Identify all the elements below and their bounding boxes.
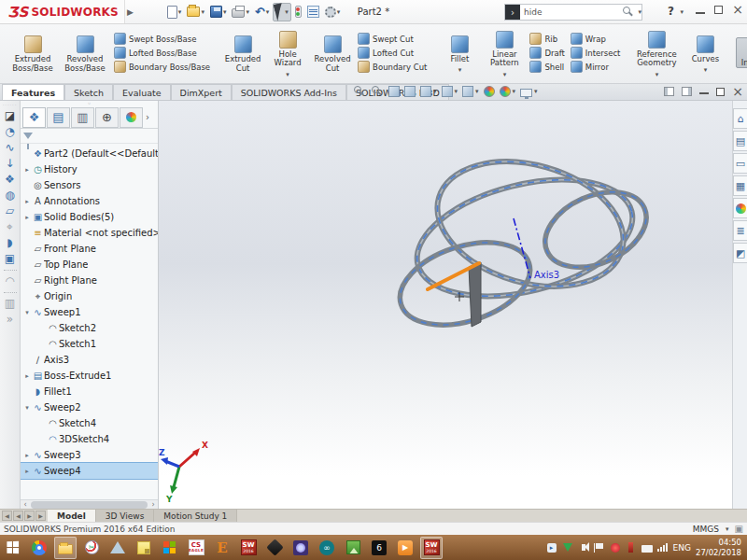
- expand-arrow-icon[interactable]: ▸: [22, 372, 32, 380]
- file-explorer-tab[interactable]: ▭: [733, 153, 747, 174]
- toolbar-overflow-icon[interactable]: »: [7, 314, 13, 326]
- tabs-overflow-icon[interactable]: ›: [146, 112, 149, 122]
- rib-button[interactable]: Rib: [529, 33, 564, 45]
- swept-boss-base-button[interactable]: Swept Boss/Base: [114, 33, 210, 45]
- taskbar-potplayer[interactable]: ▶: [394, 537, 416, 559]
- rebuild-button[interactable]: [305, 3, 321, 21]
- tree-horizontal-scrollbar[interactable]: ‹ ›: [21, 499, 158, 509]
- design-library-tab[interactable]: ▤: [733, 131, 747, 151]
- taskbar-3d-builder[interactable]: [106, 537, 129, 559]
- close-button[interactable]: ×: [732, 4, 743, 15]
- dropdown-icon[interactable]: ▾: [433, 88, 437, 95]
- scroll-left-icon[interactable]: ‹: [21, 500, 30, 509]
- extruded-fin-face[interactable]: [469, 262, 481, 327]
- collapse-arrow-icon[interactable]: ▾: [22, 404, 32, 412]
- left-pane-icon[interactable]: [664, 87, 674, 96]
- tree-item-annotations[interactable]: ▸ A Annotations: [21, 193, 158, 209]
- clock[interactable]: 04:50 27/02/2018: [696, 538, 741, 557]
- tree-item-history[interactable]: ▸ ◷ History: [21, 161, 158, 177]
- menu-flyout-icon[interactable]: ▶: [125, 7, 139, 17]
- zoom-to-area-button[interactable]: [371, 85, 384, 98]
- dropdown-icon[interactable]: ▾: [285, 8, 289, 16]
- taskbar-inkscape[interactable]: [263, 537, 286, 559]
- taskbar-arduino[interactable]: ∞: [316, 537, 338, 559]
- tree-item-axis3[interactable]: ∕ Axis3: [21, 352, 158, 368]
- curves-button[interactable]: Curves ▾: [684, 32, 726, 75]
- propertymanager-tab[interactable]: ▤: [47, 107, 70, 128]
- dropdown-icon[interactable]: ▾: [201, 8, 204, 16]
- feature-tool-icon-9[interactable]: ◗: [7, 237, 12, 249]
- taskbar-eagle-cad[interactable]: CS EAGLE: [185, 537, 207, 559]
- tab-model[interactable]: Model: [48, 510, 96, 522]
- units-selector[interactable]: MMGS: [693, 525, 719, 534]
- dropdown-icon[interactable]: ▾: [513, 88, 516, 95]
- extruded-boss-base-button[interactable]: Extruded Boss/Base: [7, 32, 58, 74]
- custom-properties-tab[interactable]: ≣: [733, 220, 747, 241]
- touch-keyboard-tray-icon[interactable]: [641, 542, 653, 553]
- tab-motion-study-1[interactable]: Motion Study 1: [154, 510, 237, 522]
- taskbar-photos[interactable]: [342, 537, 364, 559]
- zoom-to-fit-button[interactable]: [353, 85, 366, 98]
- taskbar-media-player[interactable]: [289, 537, 312, 559]
- tab-sketch[interactable]: Sketch: [64, 84, 113, 100]
- feature-tool-icon-5[interactable]: ❖: [5, 174, 15, 186]
- tree-item-part-root[interactable]: ❖ Part2 (Default<<Default>_Display State: [21, 146, 158, 161]
- tree-item-material[interactable]: ≡ Material <not specified>: [21, 225, 158, 241]
- tree-item-right-plane[interactable]: ▱ Right Plane: [21, 273, 158, 288]
- dropdown-icon[interactable]: ▾: [246, 8, 249, 16]
- view-settings-button[interactable]: ▾: [520, 87, 538, 97]
- right-pane-icon[interactable]: [682, 87, 692, 96]
- expand-arrow-icon[interactable]: ▸: [22, 468, 32, 475]
- help-dropdown-icon[interactable]: ▾: [680, 8, 684, 16]
- network-tray-icon[interactable]: [657, 542, 669, 553]
- dropdown-icon[interactable]: ▾: [475, 88, 479, 95]
- document-close-button[interactable]: ×: [732, 86, 743, 97]
- instant3d-button[interactable]: ↘ Instant3D: [736, 37, 747, 68]
- flag-tray-icon[interactable]: [594, 542, 605, 553]
- tree-item-3dsketch4[interactable]: ◠ 3DSketch4: [21, 431, 158, 447]
- wire-loop-3[interactable]: [533, 177, 657, 282]
- feature-tool-icon-4[interactable]: ↓: [5, 158, 14, 170]
- dropdown-icon[interactable]: ▾: [223, 8, 227, 16]
- reference-geometry-button[interactable]: Reference Geometry ▾: [631, 27, 682, 79]
- feature-tool-icon-6[interactable]: ◍: [5, 189, 14, 202]
- draft-button[interactable]: Draft: [529, 47, 564, 59]
- scroll-prev-icon[interactable]: ◀: [13, 511, 23, 521]
- dropdown-icon[interactable]: ▾: [503, 71, 507, 78]
- view-orientation-button[interactable]: ▾: [420, 86, 437, 97]
- restore-button[interactable]: [714, 6, 723, 14]
- lofted-cut-button[interactable]: Lofted Cut: [358, 47, 427, 59]
- apply-scene-button[interactable]: ▾: [500, 86, 516, 97]
- dropdown-icon[interactable]: ▾: [266, 8, 270, 16]
- search-input[interactable]: [520, 7, 622, 17]
- feature-tool-icon-10[interactable]: ▣: [5, 253, 15, 265]
- previous-view-button[interactable]: [388, 86, 400, 97]
- save-button[interactable]: ▾: [208, 3, 229, 21]
- feature-tool-icon-1[interactable]: ◪: [5, 110, 15, 122]
- tree-item-sweep1[interactable]: ▾ ∿ Sweep1: [21, 304, 158, 320]
- select-tool-button[interactable]: ▾: [273, 3, 291, 21]
- tag-icon[interactable]: ▣: [735, 524, 743, 534]
- filter-funnel-icon[interactable]: [23, 133, 33, 139]
- fillet-button[interactable]: Fillet ▾: [438, 32, 481, 75]
- view-palette-tab[interactable]: ▦: [733, 175, 747, 196]
- tree-item-sweep2[interactable]: ▾ ∿ Sweep2: [21, 399, 158, 415]
- displaymanager-tab[interactable]: [120, 107, 143, 128]
- section-view-button[interactable]: [404, 86, 416, 97]
- revolved-boss-base-button[interactable]: Revolved Boss/Base: [60, 32, 110, 74]
- dropdown-icon[interactable]: ▾: [458, 66, 462, 74]
- print-button[interactable]: ▾: [230, 3, 251, 21]
- dropdown-icon[interactable]: ▾: [178, 8, 182, 16]
- feature-tool-icon-12[interactable]: ▥: [5, 298, 15, 310]
- app-tray-icon-1[interactable]: [610, 542, 621, 553]
- graphics-viewport[interactable]: Axis3 X Y Z: [159, 101, 732, 509]
- selection-filter-button[interactable]: [293, 3, 303, 21]
- extruded-cut-button[interactable]: Extruded Cut: [221, 32, 264, 74]
- options-button[interactable]: ▾: [323, 3, 343, 21]
- hole-wizard-button[interactable]: Hole Wizard ▾: [266, 27, 309, 79]
- dropdown-icon[interactable]: ▾: [655, 71, 659, 78]
- document-minimize-button[interactable]: [699, 92, 709, 94]
- tab-3d-views[interactable]: 3D Views: [96, 510, 155, 522]
- edit-appearance-button[interactable]: [484, 86, 495, 97]
- tree-item-sensors[interactable]: ◎ Sensors: [21, 177, 158, 193]
